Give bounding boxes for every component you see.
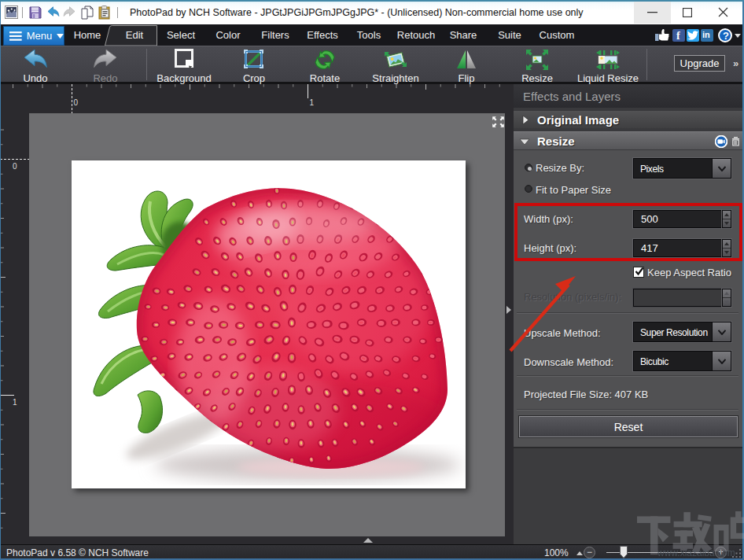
svg-text:0: 0 [74,98,79,107]
svg-text:0: 0 [13,162,17,171]
svg-text:1: 1 [310,98,315,107]
svg-text:1: 1 [13,398,17,407]
